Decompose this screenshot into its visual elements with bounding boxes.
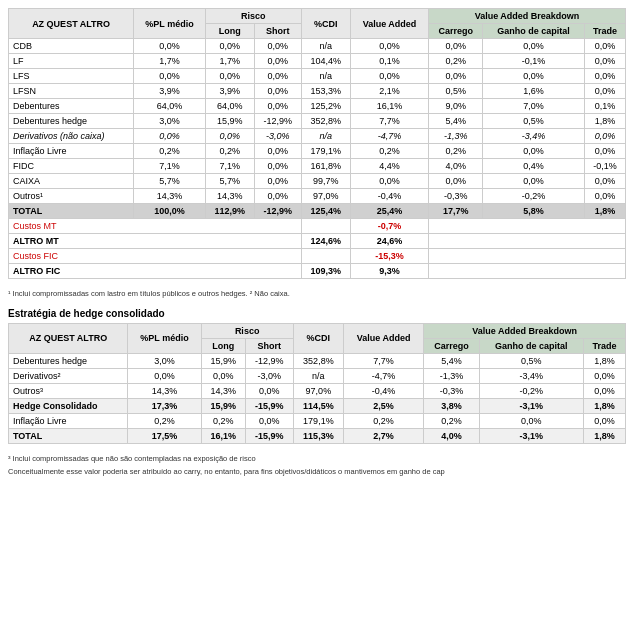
row-carrego: 0,2% bbox=[429, 144, 483, 159]
hedge-row-ganho: -3,1% bbox=[479, 398, 583, 413]
row-pl: 3,0% bbox=[134, 114, 205, 129]
hedge-row-pl: 14,3% bbox=[128, 383, 201, 398]
row-carrego: 9,0% bbox=[429, 99, 483, 114]
row-trade: 0,0% bbox=[584, 144, 625, 159]
row-long: 64,0% bbox=[205, 99, 254, 114]
hedge-risco-header: Risco bbox=[201, 323, 293, 338]
hedge-col-short: Short bbox=[245, 338, 293, 353]
footnote2b: Conceitualmente esse valor poderia ser a… bbox=[8, 467, 626, 478]
row-long: 5,7% bbox=[205, 174, 254, 189]
row-va: -4,7% bbox=[350, 129, 428, 144]
hedge-row-name: Outros³ bbox=[9, 383, 128, 398]
hedge-row-cdi: 115,3% bbox=[293, 428, 343, 443]
hedge-col-trade: Trade bbox=[583, 338, 625, 353]
col-fund: AZ QUEST ALTRO bbox=[9, 9, 134, 39]
row-short: 0,0% bbox=[254, 159, 301, 174]
row-carrego: 0,0% bbox=[429, 39, 483, 54]
altro-mt-cdi: 124,6% bbox=[301, 234, 350, 249]
hedge-row-va: -0,4% bbox=[344, 383, 424, 398]
row-name: CAIXA bbox=[9, 174, 134, 189]
hedge-row-long: 0,0% bbox=[201, 368, 245, 383]
row-short: 0,0% bbox=[254, 69, 301, 84]
row-name: LFS bbox=[9, 69, 134, 84]
hedge-row-carrego: 3,8% bbox=[424, 398, 480, 413]
hedge-row-cdi: n/a bbox=[293, 368, 343, 383]
row-ganho: 0,0% bbox=[483, 39, 585, 54]
custos-mt-cdi bbox=[301, 219, 350, 234]
table-row: CAIXA 5,7% 5,7% 0,0% 99,7% 0,0% 0,0% 0,0… bbox=[9, 174, 626, 189]
hedge-row-short: -3,0% bbox=[245, 368, 293, 383]
altro-mt-label: ALTRO MT bbox=[9, 234, 302, 249]
hedge-row-trade: 0,0% bbox=[583, 383, 625, 398]
hedge-row-va: 0,2% bbox=[344, 413, 424, 428]
hedge-row-long: 16,1% bbox=[201, 428, 245, 443]
table-row: CDB 0,0% 0,0% 0,0% n/a 0,0% 0,0% 0,0% 0,… bbox=[9, 39, 626, 54]
row-long: 0,0% bbox=[205, 69, 254, 84]
row-ganho: 5,8% bbox=[483, 204, 585, 219]
row-name: LFSN bbox=[9, 84, 134, 99]
row-name: LF bbox=[9, 54, 134, 69]
hedge-row-ganho: 0,0% bbox=[479, 413, 583, 428]
row-short: 0,0% bbox=[254, 54, 301, 69]
row-carrego: -1,3% bbox=[429, 129, 483, 144]
row-pl: 3,9% bbox=[134, 84, 205, 99]
row-pl: 5,7% bbox=[134, 174, 205, 189]
row-short: 0,0% bbox=[254, 144, 301, 159]
hedge-row-trade: 1,8% bbox=[583, 428, 625, 443]
custos-mt-va: -0,7% bbox=[350, 219, 428, 234]
row-trade: 0,0% bbox=[584, 84, 625, 99]
row-pl: 1,7% bbox=[134, 54, 205, 69]
table-row: TOTAL 100,0% 112,9% -12,9% 125,4% 25,4% … bbox=[9, 204, 626, 219]
hedge-col-va: Value Added bbox=[344, 323, 424, 353]
hedge-row-cdi: 97,0% bbox=[293, 383, 343, 398]
row-ganho: 0,5% bbox=[483, 114, 585, 129]
table-row: LFS 0,0% 0,0% 0,0% n/a 0,0% 0,0% 0,0% 0,… bbox=[9, 69, 626, 84]
col-va: Value Added bbox=[350, 9, 428, 39]
custos-fic-row: Custos FIC -15,3% bbox=[9, 249, 626, 264]
row-cdi: n/a bbox=[301, 129, 350, 144]
hedge-table-row: Outros³ 14,3% 14,3% 0,0% 97,0% -0,4% -0,… bbox=[9, 383, 626, 398]
hedge-table-row: Hedge Consolidado 17,3% 15,9% -15,9% 114… bbox=[9, 398, 626, 413]
altro-fic-label: ALTRO FIC bbox=[9, 264, 302, 279]
row-cdi: n/a bbox=[301, 39, 350, 54]
row-short: -12,9% bbox=[254, 204, 301, 219]
hedge-row-carrego: -1,3% bbox=[424, 368, 480, 383]
hedge-row-va: 2,5% bbox=[344, 398, 424, 413]
table-row: Debentures hedge 3,0% 15,9% -12,9% 352,8… bbox=[9, 114, 626, 129]
row-long: 1,7% bbox=[205, 54, 254, 69]
hedge-col-long: Long bbox=[201, 338, 245, 353]
row-carrego: 0,2% bbox=[429, 54, 483, 69]
row-short: 0,0% bbox=[254, 39, 301, 54]
table-row: FIDC 7,1% 7,1% 0,0% 161,8% 4,4% 4,0% 0,4… bbox=[9, 159, 626, 174]
row-name: Inflação Livre bbox=[9, 144, 134, 159]
row-cdi: 97,0% bbox=[301, 189, 350, 204]
hedge-table: AZ QUEST ALTRO %PL médio Risco %CDI Valu… bbox=[8, 323, 626, 444]
row-carrego: 0,5% bbox=[429, 84, 483, 99]
table-row: LFSN 3,9% 3,9% 0,0% 153,3% 2,1% 0,5% 1,6… bbox=[9, 84, 626, 99]
row-ganho: 0,0% bbox=[483, 144, 585, 159]
vab-group-header: Value Added Breakdown bbox=[429, 9, 626, 24]
hedge-table-row: Derivativos² 0,0% 0,0% -3,0% n/a -4,7% -… bbox=[9, 368, 626, 383]
hedge-row-carrego: -0,3% bbox=[424, 383, 480, 398]
hedge-row-short: -15,9% bbox=[245, 428, 293, 443]
hedge-row-trade: 0,0% bbox=[583, 413, 625, 428]
row-pl: 100,0% bbox=[134, 204, 205, 219]
main-table: AZ QUEST ALTRO %PL médio Risco %CDI Valu… bbox=[8, 8, 626, 279]
row-long: 7,1% bbox=[205, 159, 254, 174]
row-ganho: 1,6% bbox=[483, 84, 585, 99]
hedge-row-ganho: -3,1% bbox=[479, 428, 583, 443]
row-cdi: 99,7% bbox=[301, 174, 350, 189]
row-long: 0,0% bbox=[205, 129, 254, 144]
row-long: 0,0% bbox=[205, 39, 254, 54]
footnote2a: ³ Inclui compromissadas que não são cont… bbox=[8, 454, 626, 465]
row-cdi: n/a bbox=[301, 69, 350, 84]
row-trade: 0,0% bbox=[584, 39, 625, 54]
hedge-row-cdi: 179,1% bbox=[293, 413, 343, 428]
row-long: 0,2% bbox=[205, 144, 254, 159]
col-long: Long bbox=[205, 24, 254, 39]
row-va: 25,4% bbox=[350, 204, 428, 219]
row-trade: 0,0% bbox=[584, 174, 625, 189]
row-va: 16,1% bbox=[350, 99, 428, 114]
hedge-row-ganho: 0,5% bbox=[479, 353, 583, 368]
hedge-row-name: Inflação Livre bbox=[9, 413, 128, 428]
